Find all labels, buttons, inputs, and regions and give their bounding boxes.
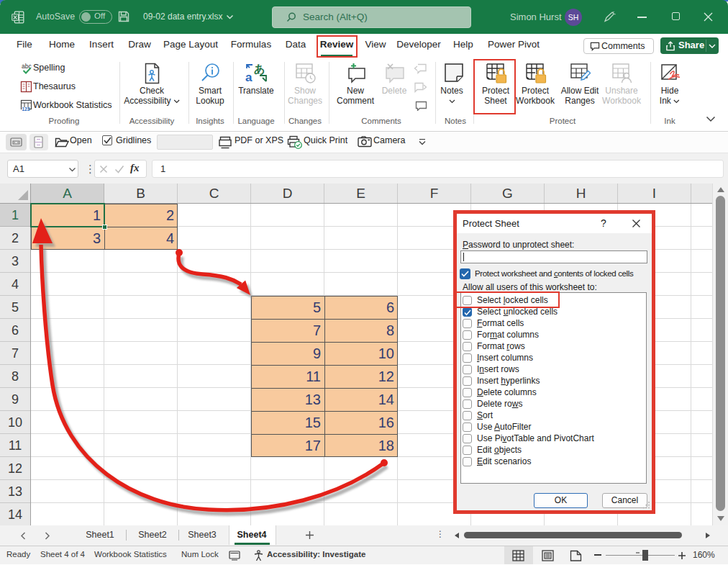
svg-text:123: 123 <box>22 107 30 112</box>
svg-text:あ: あ <box>254 63 265 76</box>
svg-text:a: a <box>245 71 252 84</box>
